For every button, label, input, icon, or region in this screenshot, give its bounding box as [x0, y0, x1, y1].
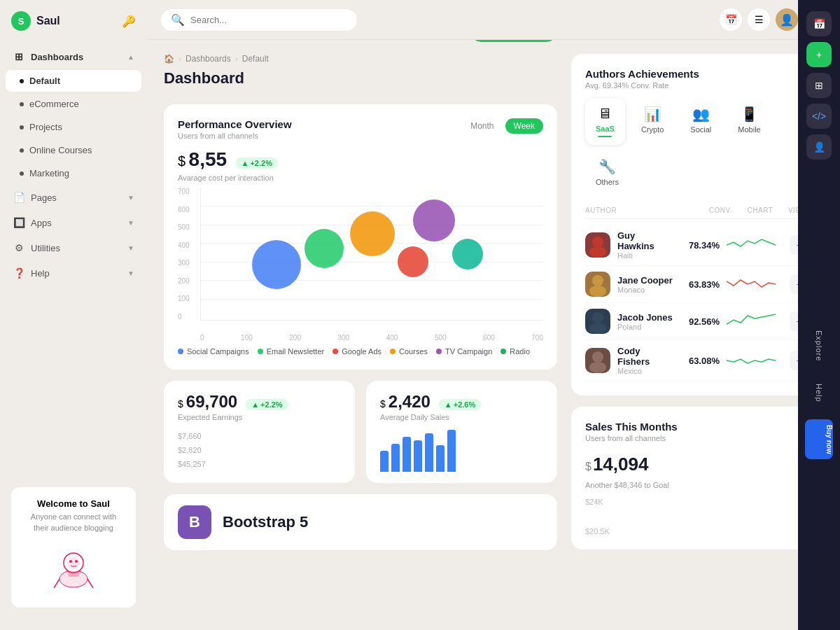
chart-legend: Social Campaigns Email Newsletter Google…: [178, 347, 543, 356]
sidebar-item-utilities[interactable]: ⚙ Utilities ▼: [6, 236, 141, 260]
sidebar-logo: S Saul 🔑: [0, 11, 147, 45]
performance-subtitle: Users from all channels: [178, 132, 292, 140]
help-icon: ❓: [13, 267, 25, 279]
sidebar-item-label: Pages: [31, 192, 57, 203]
help-label[interactable]: Help: [815, 378, 823, 408]
svg-point-2: [67, 556, 80, 569]
author-row-jacob: Jacob Jones Poland 92.56% →: [585, 303, 809, 340]
metric-label: Avarage cost per interaction: [178, 174, 543, 182]
sidebar-item-online-courses[interactable]: Online Courses: [6, 139, 141, 161]
author-conv-cody: 63.08%: [681, 356, 720, 366]
expected-earnings-card: $ 69,700 ▲ +2.2% Expected Earnings $7,66…: [164, 381, 355, 483]
bubble-purple: [413, 200, 455, 241]
right-panel: Authors Achievements Avg. 69.34% Conv. R…: [571, 54, 823, 616]
authors-title: Authors Achievements: [585, 68, 699, 80]
sidebar-item-pages[interactable]: 📄 Pages ▼: [6, 186, 141, 209]
bar: [380, 451, 388, 472]
dark-btn-calendar[interactable]: 📅: [806, 11, 832, 36]
metric-badge: ▲ +2.2%: [236, 158, 278, 169]
author-info-guy: Guy Hawkins Haiti: [617, 230, 674, 260]
dark-btn-grid[interactable]: ⊞: [806, 73, 832, 98]
author-name: Guy Hawkins: [617, 230, 674, 251]
sidebar-item-dashboards[interactable]: ⊞ Dashboards ▲: [6, 45, 141, 69]
menu-icon-btn[interactable]: ☰: [748, 8, 770, 31]
bubble-email: [304, 229, 344, 268]
svg-line-3: [54, 579, 59, 588]
tab-week[interactable]: Week: [505, 118, 543, 134]
bubble-pink: [398, 246, 428, 277]
sidebar-item-projects[interactable]: Projects: [6, 116, 141, 138]
bar: [391, 444, 400, 472]
bootstrap-icon: B: [178, 505, 211, 539]
legend-dot: [332, 349, 338, 354]
breadcrumb-default: Default: [242, 54, 269, 64]
metric-value: 8,55: [189, 148, 227, 170]
nav-dot: [20, 79, 24, 83]
author-location: Haiti: [617, 251, 674, 260]
authors-subtitle: Avg. 69.34% Conv. Rate: [585, 81, 699, 90]
svg-point-13: [589, 323, 606, 334]
left-panel: 🏠 › Dashboards › Default Dashboard Creat…: [164, 54, 557, 616]
tab-social-label: Social: [690, 125, 711, 134]
sidebar-item-label: Projects: [29, 122, 62, 132]
saas-icon: 🖥: [598, 106, 612, 122]
author-info-jane: Jane Cooper Monaco: [617, 275, 674, 294]
explore-label[interactable]: Explore: [815, 325, 823, 367]
sidebar-item-default[interactable]: Default: [6, 70, 141, 92]
others-icon: 🔧: [598, 158, 616, 175]
author-chart-cody: [727, 352, 783, 369]
topbar: 🔍 📅 ☰ 👤 ⚙: [147, 0, 840, 40]
sidebar-item-apps[interactable]: 🔲 Apps ▼: [6, 211, 141, 234]
bar: [402, 437, 411, 472]
author-conv-guy: 78.34%: [681, 240, 720, 251]
metric-display: $ 8,55 ▲ +2.2%: [178, 148, 543, 171]
stat-value-display: $ 2,420 ▲ +2.6%: [380, 392, 543, 412]
dark-btn-add[interactable]: +: [806, 42, 832, 67]
dark-btn-user[interactable]: 👤: [806, 134, 832, 160]
tab-crypto[interactable]: 📊 Crypto: [631, 98, 674, 145]
create-project-button[interactable]: Create Project: [470, 40, 557, 42]
tab-mobile-label: Mobile: [738, 125, 760, 134]
calendar-icon-btn[interactable]: 📅: [720, 8, 742, 31]
sidebar-item-label: Default: [29, 76, 60, 86]
breadcrumb-dashboards[interactable]: Dashboards: [186, 54, 231, 64]
buy-now-button[interactable]: Buy now: [805, 419, 833, 460]
sidebar-item-help[interactable]: ❓ Help ▼: [6, 261, 141, 285]
user-avatar[interactable]: 👤: [776, 8, 798, 31]
authors-table-header: AUTHOR CONV. CHART VIEW: [585, 202, 809, 219]
tab-social[interactable]: 👥 Social: [680, 98, 722, 145]
sidebar-item-label: Help: [31, 268, 50, 279]
sales-value: 14,094: [593, 454, 649, 475]
search-input[interactable]: [190, 15, 347, 25]
tab-saas[interactable]: 🖥 SaaS: [585, 98, 625, 145]
author-name: Jane Cooper: [617, 275, 674, 286]
svg-point-6: [75, 560, 78, 563]
logo-icon: S: [11, 11, 31, 31]
sidebar-item-ecommerce[interactable]: eCommerce: [6, 93, 141, 115]
dark-btn-code[interactable]: </>: [806, 104, 832, 129]
author-location: Monaco: [617, 286, 674, 294]
tab-month[interactable]: Month: [462, 118, 502, 134]
tab-others[interactable]: 🔧 Others: [585, 150, 629, 194]
sales-value-display: $ 14,094: [585, 448, 809, 478]
svg-point-10: [592, 275, 603, 286]
svg-point-8: [592, 237, 603, 248]
legend-google-ads: Google Ads: [332, 347, 382, 356]
legend-dot: [500, 349, 506, 354]
page-header: 🏠 › Dashboards › Default Dashboard Creat…: [164, 54, 557, 99]
chevron-icon: ▼: [127, 244, 134, 252]
logo-badge: 🔑: [122, 15, 136, 28]
stat-badge: ▲ +2.6%: [439, 399, 481, 410]
stat-breakdown: $7,660 $2,820 $45,257: [178, 430, 341, 471]
svg-point-12: [592, 312, 603, 323]
legend-dot: [178, 349, 183, 354]
sidebar-item-marketing[interactable]: Marketing: [6, 162, 141, 184]
search-box[interactable]: 🔍: [161, 9, 357, 31]
sidebar-nav: ⊞ Dashboards ▲ Default eCommerce Project…: [0, 45, 147, 476]
author-conv-jacob: 92.56%: [681, 316, 720, 327]
app-name: Saul: [36, 15, 60, 27]
svg-point-14: [592, 351, 603, 363]
breadcrumb-home: 🏠: [164, 54, 174, 64]
sidebar-item-label: Utilities: [31, 243, 60, 253]
tab-mobile[interactable]: 📱 Mobile: [727, 98, 771, 145]
